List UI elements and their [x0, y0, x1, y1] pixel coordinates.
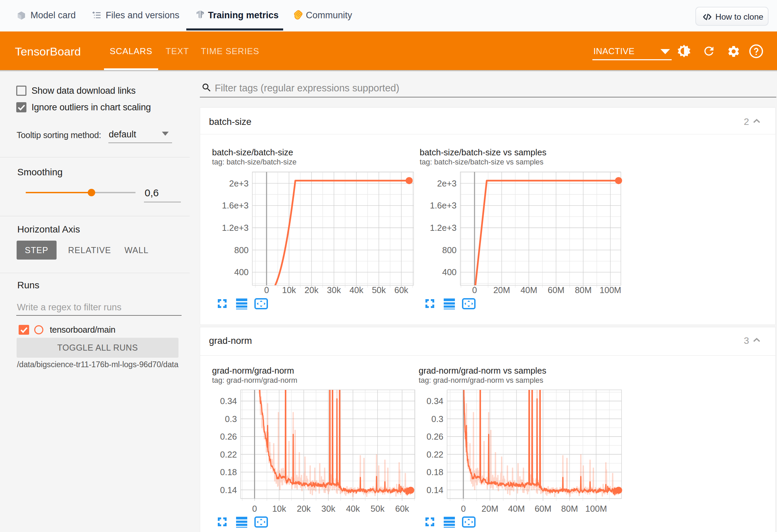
- svg-text:40k: 40k: [350, 285, 363, 295]
- svg-text:1.2e+3: 1.2e+3: [430, 223, 457, 232]
- svg-text:50k: 50k: [372, 285, 386, 295]
- svg-text:60k: 60k: [394, 285, 408, 295]
- svg-text:40M: 40M: [508, 504, 525, 513]
- svg-text:grad-norm/grad-norm: grad-norm/grad-norm: [212, 366, 294, 375]
- svg-text:20M: 20M: [482, 504, 499, 513]
- svg-text:800: 800: [442, 245, 457, 255]
- svg-text:2e+3: 2e+3: [437, 179, 457, 188]
- svg-text:800: 800: [234, 245, 249, 255]
- svg-text:10k: 10k: [272, 504, 286, 513]
- svg-text:1.6e+3: 1.6e+3: [222, 201, 249, 210]
- svg-text:400: 400: [234, 267, 249, 277]
- svg-text:tag: grad-norm/grad-norm: tag: grad-norm/grad-norm: [212, 376, 297, 384]
- svg-text:50k: 50k: [371, 504, 384, 513]
- svg-text:tag: batch-size/batch-size vs: tag: batch-size/batch-size vs samples: [420, 158, 544, 166]
- svg-text:20k: 20k: [297, 504, 311, 513]
- svg-text:100M: 100M: [600, 285, 621, 295]
- svg-text:0.18: 0.18: [426, 467, 443, 477]
- svg-text:batch-size/batch-size: batch-size/batch-size: [212, 148, 293, 157]
- svg-text:80M: 80M: [561, 504, 578, 513]
- svg-text:batch-size/batch-size vs sampl: batch-size/batch-size vs samples: [420, 148, 546, 157]
- svg-text:1.6e+3: 1.6e+3: [430, 201, 457, 210]
- svg-text:0.26: 0.26: [426, 432, 443, 441]
- svg-text:100M: 100M: [585, 504, 607, 513]
- svg-text:60M: 60M: [548, 285, 565, 295]
- svg-text:0: 0: [472, 285, 477, 295]
- svg-text:60k: 60k: [395, 504, 409, 513]
- svg-text:2e+3: 2e+3: [229, 179, 249, 188]
- svg-text:400: 400: [442, 267, 457, 277]
- svg-text:0.26: 0.26: [220, 432, 237, 441]
- svg-text:10k: 10k: [282, 285, 296, 295]
- svg-text:grad-norm/grad-norm vs samples: grad-norm/grad-norm vs samples: [419, 366, 546, 375]
- svg-text:80M: 80M: [575, 285, 592, 295]
- svg-text:0.34: 0.34: [426, 396, 443, 406]
- svg-text:tag: batch-size/batch-size: tag: batch-size/batch-size: [212, 158, 296, 166]
- svg-text:0.3: 0.3: [225, 414, 237, 424]
- svg-text:0.14: 0.14: [426, 485, 443, 495]
- svg-text:0.18: 0.18: [220, 467, 237, 477]
- svg-text:30k: 30k: [327, 285, 341, 295]
- svg-text:tag: grad-norm/grad-norm vs sa: tag: grad-norm/grad-norm vs samples: [419, 376, 543, 384]
- svg-text:0: 0: [461, 504, 466, 513]
- svg-text:40k: 40k: [346, 504, 360, 513]
- svg-text:0.22: 0.22: [426, 450, 443, 459]
- svg-text:0.3: 0.3: [432, 414, 443, 424]
- svg-text:0.14: 0.14: [220, 485, 237, 495]
- svg-text:30k: 30k: [321, 504, 335, 513]
- svg-text:0.22: 0.22: [220, 450, 237, 459]
- svg-text:60M: 60M: [534, 504, 551, 513]
- svg-text:0: 0: [252, 504, 257, 513]
- svg-text:20k: 20k: [304, 285, 318, 295]
- svg-text:0.34: 0.34: [220, 396, 237, 406]
- svg-text:20M: 20M: [493, 285, 510, 295]
- svg-text:1.2e+3: 1.2e+3: [222, 223, 249, 232]
- svg-text:40M: 40M: [521, 285, 538, 295]
- svg-text:0: 0: [264, 285, 269, 295]
